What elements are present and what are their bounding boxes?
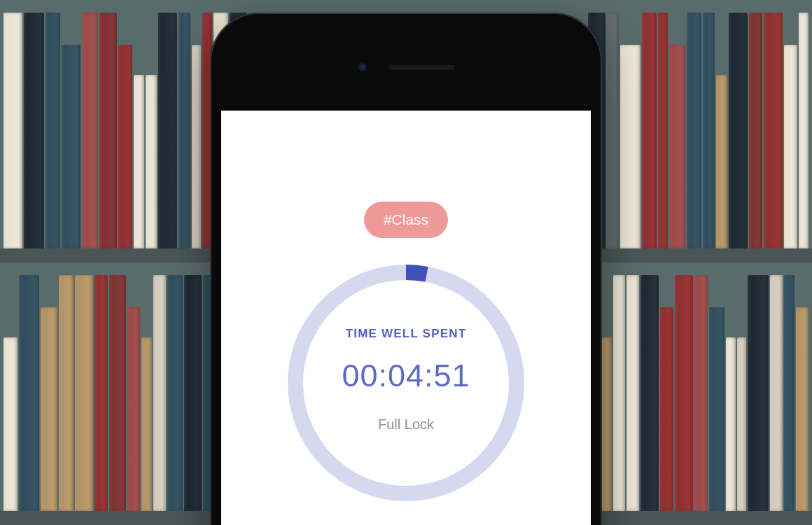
- phone-frame: #Class TIME WELL SPENT 00:04:51 Full Loc…: [210, 13, 602, 525]
- phone-notch: [221, 24, 591, 111]
- tag-pill[interactable]: #Class: [364, 202, 448, 238]
- app-screen: #Class TIME WELL SPENT 00:04:51 Full Loc…: [221, 111, 591, 525]
- timer-progress-ring: [288, 265, 524, 501]
- camera-icon: [358, 62, 368, 72]
- svg-point-0: [295, 272, 517, 493]
- speaker-grille: [388, 65, 455, 70]
- phone-inner: #Class TIME WELL SPENT 00:04:51 Full Loc…: [221, 24, 591, 525]
- timer-circle[interactable]: TIME WELL SPENT 00:04:51 Full Lock: [288, 265, 524, 501]
